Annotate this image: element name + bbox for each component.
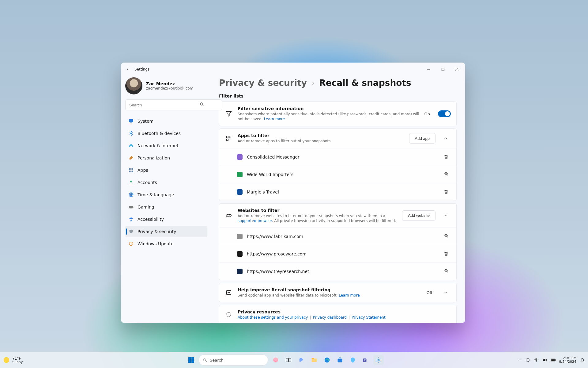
wifi-icon <box>128 143 134 148</box>
site-url: https://www.fabrikam.com <box>247 234 437 239</box>
delete-button[interactable] <box>441 232 451 241</box>
sidebar-item-label: Apps <box>138 168 148 173</box>
shield-icon <box>225 312 233 318</box>
maximize-button[interactable] <box>436 64 450 75</box>
start-button[interactable] <box>186 355 196 365</box>
expand-button[interactable] <box>440 287 451 298</box>
collapse-button[interactable] <box>440 210 451 221</box>
weather-widget[interactable]: 71°F Sunny <box>3 357 23 364</box>
search-input[interactable] <box>125 99 222 110</box>
sidebar-item-accounts[interactable]: Accounts <box>125 177 207 188</box>
close-button[interactable] <box>450 64 464 75</box>
back-button[interactable] <box>122 64 133 75</box>
card-apps-filter: Apps to filter Add or remove apps to fil… <box>219 128 457 201</box>
svg-rect-7 <box>132 171 133 172</box>
sidebar-item-privacy-security[interactable]: Privacy & security <box>125 226 207 237</box>
app-name: Consolidated Messenger <box>247 155 437 159</box>
minimize-button[interactable] <box>422 64 436 75</box>
delete-button[interactable] <box>441 170 451 179</box>
copilot-tray-icon[interactable] <box>525 357 530 363</box>
teams-icon[interactable]: T <box>360 355 371 365</box>
supported-browser-link[interactable]: supported browser <box>238 219 272 223</box>
card-help-improve[interactable]: Help improve Recall snapshot filtering S… <box>219 283 457 302</box>
sidebar-item-label: Gaming <box>138 205 154 209</box>
svg-rect-3 <box>130 123 132 123</box>
explorer-icon[interactable] <box>309 355 319 365</box>
svg-rect-33 <box>555 360 556 361</box>
svg-rect-32 <box>551 359 555 361</box>
copilot-icon[interactable] <box>296 355 307 365</box>
update-icon <box>128 241 134 247</box>
sidebar-item-gaming[interactable]: Gaming <box>125 201 207 213</box>
sidebar-item-label: Bluetooth & devices <box>138 131 181 136</box>
wifi-icon[interactable] <box>533 357 539 363</box>
sidebar-item-system[interactable]: System <box>125 115 207 127</box>
svg-rect-14 <box>229 136 231 138</box>
svg-point-11 <box>131 217 132 218</box>
titlebar: Settings <box>121 63 465 76</box>
svg-rect-25 <box>339 358 341 359</box>
shield-icon <box>128 229 134 234</box>
sun-icon <box>3 357 10 363</box>
sidebar-item-bluetooth-devices[interactable]: Bluetooth & devices <box>125 128 207 139</box>
sidebar-item-label: Network & internet <box>138 143 179 148</box>
privacy-link[interactable]: Privacy Statement <box>352 315 385 320</box>
toggle-filter-sensitive[interactable] <box>438 110 451 117</box>
settings-icon[interactable] <box>373 355 384 365</box>
privacy-link[interactable]: About these settings and your privacy <box>238 315 308 320</box>
sidebar-item-personalization[interactable]: Personalization <box>125 152 207 164</box>
brush-icon <box>128 155 134 161</box>
profile-email: zacmendez@outlook.com <box>146 86 193 90</box>
edge-icon[interactable] <box>322 355 332 365</box>
svg-rect-6 <box>129 171 130 172</box>
svg-rect-0 <box>442 68 444 71</box>
site-url: https://www.proseware.com <box>247 251 437 256</box>
tray-chevron-icon[interactable] <box>516 357 522 363</box>
collapse-button[interactable] <box>440 133 451 144</box>
privacy-link[interactable]: Privacy dashboard <box>313 315 347 320</box>
learn-more-link[interactable]: Learn more <box>339 293 360 297</box>
section-title: Filter lists <box>219 94 457 98</box>
delete-button[interactable] <box>441 249 451 259</box>
learn-more-link[interactable]: Learn more <box>264 117 285 121</box>
sidebar-item-label: Accessibility <box>138 217 164 222</box>
list-item: https://www.fabrikam.com <box>219 228 456 245</box>
svg-point-1 <box>200 103 203 105</box>
search-icon <box>199 102 204 107</box>
gamepad-icon <box>128 204 134 210</box>
window-title: Settings <box>134 67 149 71</box>
clock[interactable]: 2:30 PM 9/24/2024 <box>559 356 576 364</box>
svg-point-18 <box>273 358 278 363</box>
sidebar-item-accessibility[interactable]: Accessibility <box>125 213 207 225</box>
add-website-button[interactable]: Add website <box>402 210 435 221</box>
add-app-button[interactable]: Add app <box>409 133 435 144</box>
delete-button[interactable] <box>441 266 451 276</box>
search-highlight-icon[interactable] <box>270 355 281 365</box>
delete-button[interactable] <box>441 187 451 197</box>
sidebar-item-time-language[interactable]: Time & language <box>125 189 207 201</box>
list-item: Margie's Travel <box>219 183 456 201</box>
copilot-app-icon[interactable] <box>348 355 358 365</box>
sidebar-item-label: Time & language <box>138 192 174 197</box>
svg-rect-21 <box>312 358 317 362</box>
delete-button[interactable] <box>441 152 451 162</box>
search-box[interactable] <box>125 99 207 110</box>
breadcrumb-root[interactable]: Privacy & security <box>219 78 307 88</box>
profile[interactable]: Zac Mendez zacmendez@outlook.com <box>125 76 207 98</box>
site-icon <box>237 234 243 239</box>
app-icon <box>237 154 243 160</box>
state-label: Off <box>427 290 432 295</box>
store-icon[interactable] <box>335 355 345 365</box>
breadcrumb: Privacy & security Recall & snapshots <box>219 78 457 88</box>
svg-rect-22 <box>312 358 314 359</box>
sidebar-item-network-internet[interactable]: Network & internet <box>125 140 207 151</box>
volume-icon[interactable] <box>542 357 548 363</box>
profile-name: Zac Mendez <box>146 81 193 86</box>
sidebar-item-windows-update[interactable]: Windows Update <box>125 238 207 250</box>
task-view-button[interactable] <box>283 355 294 365</box>
notifications-icon[interactable] <box>579 357 585 363</box>
taskbar-search[interactable]: Search <box>199 355 268 366</box>
globe-icon <box>128 192 134 197</box>
sidebar-item-apps[interactable]: Apps <box>125 164 207 176</box>
battery-icon[interactable] <box>551 357 556 363</box>
